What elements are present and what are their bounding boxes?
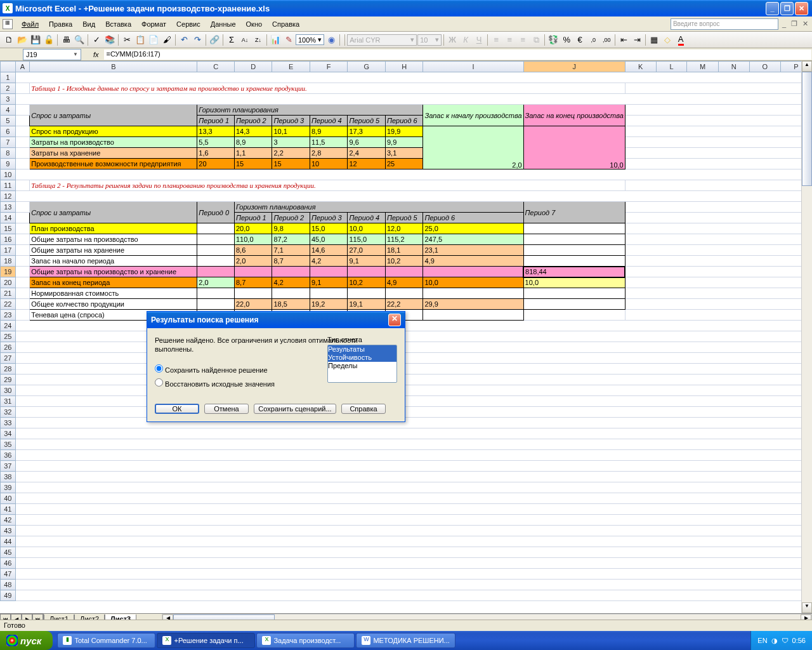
redo-icon[interactable]: ↷ xyxy=(191,34,204,46)
menu-view[interactable]: Вид xyxy=(77,18,100,30)
decrease-indent-icon[interactable]: ⇤ xyxy=(617,34,630,46)
menu-tools[interactable]: Сервис xyxy=(171,18,206,30)
tray-icon[interactable]: ◑ xyxy=(771,637,778,645)
ok-button[interactable]: ОК xyxy=(155,404,199,414)
new-icon[interactable]: 🗋 xyxy=(3,34,15,46)
align-left-icon[interactable]: ≡ xyxy=(490,34,502,46)
doc-minimize-button[interactable]: _ xyxy=(781,20,787,28)
format-painter-icon[interactable]: 🖌 xyxy=(160,34,173,46)
taskbar-item-word[interactable]: WМЕТОДИКА РЕШЕНИ... xyxy=(356,633,455,648)
align-right-icon[interactable]: ≡ xyxy=(516,34,529,46)
menu-help[interactable]: Справка xyxy=(267,18,304,30)
totalcmd-icon: ▮ xyxy=(63,636,72,645)
active-cell[interactable]: 818,44 xyxy=(523,267,625,277)
euro-icon[interactable]: € xyxy=(573,34,586,46)
word-icon: W xyxy=(362,636,370,645)
copy-icon[interactable]: 📋 xyxy=(134,34,147,46)
start-button[interactable]: пуск xyxy=(0,631,53,650)
dialog-title-bar[interactable]: Результаты поиска решения ✕ xyxy=(147,312,405,328)
document-icon[interactable]: ▦ xyxy=(3,19,13,29)
name-box[interactable]: J19▼ xyxy=(23,49,81,60)
tray-icon[interactable]: 🛡 xyxy=(782,637,789,644)
paste-icon[interactable]: 📄 xyxy=(147,34,160,46)
fx-icon[interactable]: fx xyxy=(84,51,104,58)
menu-data[interactable]: Данные xyxy=(206,18,241,30)
restore-button[interactable]: ❐ xyxy=(780,2,794,15)
table1-title: Таблица 1 - Исходные данные по спросу и … xyxy=(30,83,625,94)
vertical-scrollbar[interactable]: ▲ ▼ xyxy=(801,61,812,613)
autosum-icon[interactable]: Σ xyxy=(225,34,238,46)
close-button[interactable]: ✕ xyxy=(795,2,808,15)
menu-file[interactable]: Файл xyxy=(16,18,44,30)
open-icon[interactable]: 📂 xyxy=(16,34,29,46)
menu-window[interactable]: Окно xyxy=(241,18,268,30)
windows-taskbar: пуск ▮Total Commander 7.0... X+Решение з… xyxy=(0,631,812,650)
increase-decimal-icon[interactable]: ,0 xyxy=(587,34,599,46)
chart-icon[interactable]: 📊 xyxy=(269,34,282,46)
drawing-icon[interactable]: ✎ xyxy=(282,34,295,46)
formula-input[interactable]: =СУММ(D16:I17) xyxy=(104,49,812,60)
spelling-icon[interactable]: ✓ xyxy=(90,34,103,46)
sort-desc-icon[interactable]: Z↓ xyxy=(252,34,265,46)
align-center-icon[interactable]: ≡ xyxy=(503,34,516,46)
help-icon[interactable]: ◉ xyxy=(325,34,337,46)
language-indicator[interactable]: EN xyxy=(757,637,767,644)
hyperlink-icon[interactable]: 🔗 xyxy=(208,34,221,46)
font-size-combo[interactable]: 10▾ xyxy=(417,34,442,46)
taskbar-item-excel-1[interactable]: X+Решение задачи п... xyxy=(157,633,255,648)
taskbar-item-totalcmd[interactable]: ▮Total Commander 7.0... xyxy=(57,633,155,648)
doc-close-button[interactable]: ✕ xyxy=(801,20,809,28)
help-button[interactable]: Справка xyxy=(341,404,386,414)
zoom-combo[interactable]: 100% ▾ xyxy=(296,34,324,45)
menu-bar: ▦ Файл Правка Вид Вставка Формат Сервис … xyxy=(0,17,812,32)
fill-color-icon[interactable]: ◇ xyxy=(661,34,674,46)
borders-icon[interactable]: ▦ xyxy=(648,34,660,46)
increase-indent-icon[interactable]: ⇥ xyxy=(631,34,643,46)
excel-icon: X xyxy=(262,636,271,645)
windows-logo-icon xyxy=(6,635,18,646)
report-type-label: Тип отчета xyxy=(327,336,397,343)
doc-restore-button[interactable]: ❐ xyxy=(790,20,799,28)
report-type-list[interactable]: Результаты Устойчивость Пределы xyxy=(327,345,397,383)
decrease-decimal-icon[interactable]: ,00 xyxy=(600,34,613,46)
save-scenario-button[interactable]: Сохранить сценарий... xyxy=(254,404,336,414)
preview-icon[interactable]: 🔍 xyxy=(73,34,86,46)
merge-icon[interactable]: ⧉ xyxy=(530,34,542,46)
scroll-down-icon[interactable]: ▼ xyxy=(802,602,812,613)
taskbar-item-excel-2[interactable]: XЗадача производст... xyxy=(256,633,355,648)
font-color-icon[interactable]: A xyxy=(674,34,687,46)
permission-icon[interactable]: 🔓 xyxy=(43,34,55,46)
standard-toolbar: 🗋 📂 💾 🔓 🖶 🔍 ✓ 📚 ✂ 📋 📄 🖌 ↶ ↷ 🔗 Σ A↓ Z↓ 📊 … xyxy=(0,32,812,48)
status-bar: Готово xyxy=(0,620,812,631)
help-search-input[interactable]: Введите вопрос xyxy=(671,18,778,30)
percent-icon[interactable]: % xyxy=(560,34,573,46)
cut-icon[interactable]: ✂ xyxy=(121,34,133,46)
font-combo[interactable]: Arial CYR▾ xyxy=(347,34,417,46)
underline-icon[interactable]: Ч xyxy=(473,34,485,46)
select-all-corner[interactable] xyxy=(1,62,16,72)
research-icon[interactable]: 📚 xyxy=(103,34,116,46)
menu-edit[interactable]: Правка xyxy=(44,18,77,30)
column-headers[interactable]: AB CD EF GH IJ KL MN OP xyxy=(1,62,812,72)
save-icon[interactable]: 💾 xyxy=(29,34,42,46)
print-icon[interactable]: 🖶 xyxy=(60,34,72,46)
system-tray[interactable]: EN ◑ 🛡 0:56 xyxy=(750,631,812,650)
clock[interactable]: 0:56 xyxy=(792,637,806,644)
cancel-button[interactable]: Отмена xyxy=(204,404,249,414)
undo-icon[interactable]: ↶ xyxy=(178,34,190,46)
sort-asc-icon[interactable]: A↓ xyxy=(239,34,251,46)
bold-icon[interactable]: Ж xyxy=(446,34,459,46)
menu-insert[interactable]: Вставка xyxy=(100,18,136,30)
scroll-thumb[interactable] xyxy=(802,72,812,186)
dialog-close-button[interactable]: ✕ xyxy=(388,314,401,326)
menu-format[interactable]: Формат xyxy=(136,18,171,30)
solver-results-dialog: Результаты поиска решения ✕ Решение найд… xyxy=(147,311,405,422)
excel-icon: X xyxy=(162,636,171,645)
currency-icon[interactable]: 💱 xyxy=(547,34,560,46)
window-title: Microsoft Excel - +Решение задачи произв… xyxy=(15,4,766,13)
minimize-button[interactable]: _ xyxy=(766,2,779,15)
spreadsheet-grid[interactable]: AB CD EF GH IJ KL MN OP 1 2Таблица 1 - И… xyxy=(0,61,812,613)
table2-title: Таблица 2 - Результаты решения задачи по… xyxy=(30,180,625,191)
italic-icon[interactable]: К xyxy=(459,34,472,46)
scroll-up-icon[interactable]: ▲ xyxy=(802,61,812,72)
